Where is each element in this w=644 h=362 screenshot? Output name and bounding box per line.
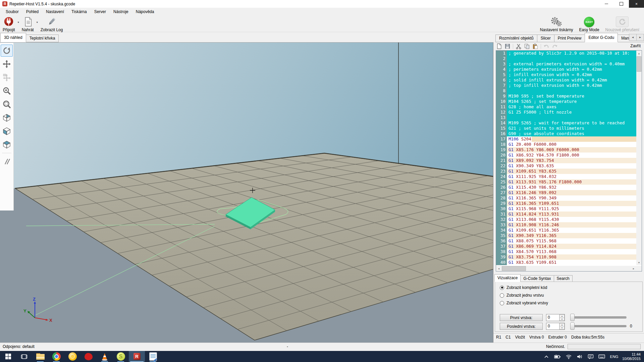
scroll-down-arrow[interactable]: ▼ [636, 260, 642, 265]
righttabs-tab-2[interactable]: Slicer [537, 35, 554, 42]
editor-vertical-scrollbar[interactable]: ▲ ▼ [636, 51, 642, 265]
new-file-icon[interactable] [496, 43, 502, 49]
minimize-icon [605, 4, 608, 4]
radio-option-1[interactable]: Zobrazit kompletní kód [500, 285, 547, 290]
isometric-view-tool[interactable] [1, 112, 13, 124]
tray-volume[interactable] [574, 351, 585, 362]
taskbar-vlc[interactable] [97, 351, 113, 362]
toolbar-separator [541, 44, 541, 49]
viz-tab-2[interactable]: G-Code Syntax [520, 275, 554, 282]
language-indicator[interactable]: ENG [607, 351, 621, 362]
menu-item-5[interactable]: Server [91, 8, 110, 16]
menu-item-7[interactable]: Nápověda [132, 8, 158, 16]
tray-keyboard[interactable] [596, 351, 607, 362]
printer-settings-button[interactable]: Nastavení tiskárny [539, 16, 575, 33]
last-layer-spinner[interactable]: 0 ▲▼ [546, 323, 565, 330]
move-view-tool[interactable] [1, 58, 13, 70]
slider-thumb[interactable] [570, 322, 575, 330]
tab-scroll-right-button[interactable]: ► [636, 34, 644, 41]
show-log-button[interactable]: Zobrazit Log [39, 16, 64, 33]
tray-wifi[interactable] [563, 351, 574, 362]
y-axis-label: Y [23, 308, 26, 313]
task-view-button[interactable] [16, 351, 32, 362]
connect-dropdown[interactable]: ▼ [16, 17, 20, 27]
scroll-right-arrow[interactable]: ► [631, 266, 636, 271]
radio-circle[interactable] [500, 286, 504, 290]
righttabs-tab-4[interactable]: Editor G-Codu [585, 33, 618, 42]
menu-item-1[interactable]: Soubor [2, 8, 22, 16]
cut-icon[interactable] [516, 43, 522, 49]
gcode-editor[interactable]: 1; generated by Slic3r 1.2.9 on 2015-08-… [496, 50, 642, 272]
gcode-line: 39G1 X83.754 Y110.908 [496, 254, 636, 260]
load-dropdown[interactable]: ▼ [35, 17, 39, 27]
taskbar-notepad[interactable] [145, 351, 161, 362]
start-button[interactable] [0, 351, 16, 362]
gcode-line: 9M190 S95 ; set bed temperature [496, 94, 636, 99]
gcode-text-area[interactable]: 1; generated by Slic3r 1.2.9 on 2015-08-… [496, 51, 636, 265]
viewtabs-tab-2[interactable]: Teplotní křivka [26, 35, 59, 42]
menu-item-6[interactable]: Nástroje [110, 8, 132, 16]
taskbar-s-app[interactable]: S [113, 351, 129, 362]
righttabs-tab-1[interactable]: Rozmístění objektů [495, 35, 537, 42]
editor-horizontal-scrollbar[interactable]: ◄ ► [496, 266, 636, 271]
gcode-line: 25G1 X113.931 Y85.176 F1800.000 [496, 179, 636, 185]
first-layer-spinner[interactable]: 0 ▲▼ [546, 314, 565, 321]
radio-option-2[interactable]: Zobrazit jednu vrstvu [500, 293, 544, 298]
first-layer-slider[interactable] [570, 314, 627, 321]
righttabs-tab-3[interactable]: Print Preview [554, 35, 585, 42]
taskbar-file-explorer[interactable] [32, 351, 48, 362]
connection-status: Odpojeno: default [3, 344, 35, 349]
taskbar-chrome-canary[interactable] [64, 351, 80, 362]
maximize-button[interactable] [614, 0, 629, 8]
first-layer-button[interactable]: První vrstva: [500, 314, 543, 321]
tray-notifications[interactable] [585, 351, 596, 362]
top-view-tool[interactable] [1, 138, 13, 150]
front-view-tool[interactable] [1, 125, 13, 137]
gcode-line: 26G1 X115.430 Y86.932 [496, 185, 636, 190]
scroll-up-arrow[interactable]: ▲ [636, 51, 642, 56]
scroll-left-arrow[interactable]: ◄ [496, 266, 501, 271]
gcode-line: 23G1 X109.651 Y83.635 [496, 169, 636, 174]
tray-battery[interactable] [552, 351, 563, 362]
radio-option-3[interactable]: Zobrazit vybrané vrstvy [500, 301, 548, 305]
gcode-line: 29G1 X116.365 Y109.651 [496, 201, 636, 206]
horizontal-scroll-thumb[interactable] [502, 266, 526, 271]
viz-tab-3[interactable]: Search [554, 275, 573, 282]
vertical-scroll-thumb[interactable] [637, 56, 641, 72]
gcode-line: 11G28 ; home all axes [496, 104, 636, 110]
load-button[interactable]: Nahrát [20, 16, 35, 33]
tab-scroll-left-button[interactable]: ◄ [629, 34, 637, 41]
zoom-fit-tool[interactable] [1, 98, 13, 110]
last-layer-button[interactable]: Poslední vrstva: [500, 323, 543, 330]
spinner-arrows[interactable]: ▲▼ [559, 323, 565, 329]
radio-circle[interactable] [500, 301, 504, 305]
editor-status-line: R1C1VložitVrstva 0Extruder 0Doba tisku:5… [493, 333, 644, 341]
rotate-view-tool[interactable] [1, 45, 13, 57]
menu-item-4[interactable]: Tiskárna [68, 8, 91, 16]
slider-thumb[interactable] [570, 314, 575, 321]
save-file-icon[interactable] [504, 43, 511, 49]
tab-row: 3D náhledTeplotní křivka Rozmístění obje… [0, 32, 644, 42]
tray-chevron-button[interactable] [541, 351, 552, 362]
menu-item-3[interactable]: Nastavení [42, 8, 68, 16]
minimize-button[interactable] [599, 0, 614, 8]
taskbar-red-app[interactable] [80, 351, 97, 362]
connect-button[interactable]: Připojit [1, 16, 16, 33]
taskbar-chrome[interactable] [48, 351, 64, 362]
3d-viewport[interactable]: Z X Y [0, 42, 493, 343]
clock[interactable]: 11:44 10/08/2015 [621, 352, 644, 361]
close-button[interactable]: × [629, 0, 644, 8]
parallel-projection-tool[interactable] [1, 156, 13, 168]
viz-tab-1[interactable]: Vizualizace [494, 274, 521, 282]
easy-mode-button[interactable]: EASY Easy Mode [578, 16, 601, 33]
paste-icon[interactable] [532, 43, 538, 49]
last-layer-slider[interactable] [570, 322, 627, 330]
editor-close-link[interactable]: Zavřít [630, 44, 641, 48]
zoom-in-tool[interactable] [1, 85, 13, 97]
viewtabs-tab-1[interactable]: 3D náhled [0, 33, 26, 42]
menu-item-2[interactable]: Pohled [22, 8, 42, 16]
taskbar-repetier-host[interactable]: R [129, 351, 145, 362]
radio-circle[interactable] [500, 293, 504, 298]
spinner-arrows[interactable]: ▲▼ [559, 314, 565, 321]
copy-icon[interactable] [524, 43, 530, 49]
